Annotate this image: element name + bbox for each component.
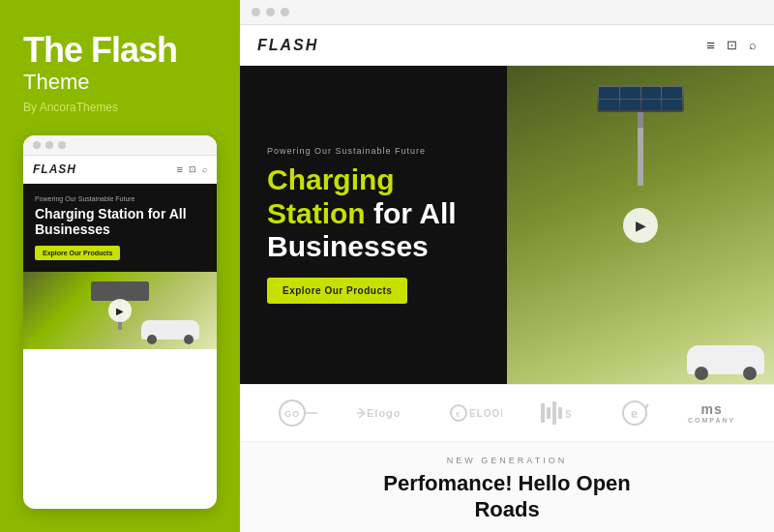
- mobile-menu-icon: ≡: [177, 163, 183, 175]
- main-content: FLASH ≡ ⊡ ⌕ Powering Our Sustainable Fut…: [240, 0, 774, 532]
- go-logo: GO: [279, 399, 319, 427]
- play-icon: ▶: [636, 218, 646, 233]
- mobile-car-wheel-l: [147, 335, 157, 344]
- sidebar-subtitle: Theme: [23, 70, 217, 95]
- hero-cta-button[interactable]: Explore Our Products: [267, 278, 407, 304]
- solar-cell-6: [620, 100, 640, 111]
- bars-logo: S: [540, 399, 580, 427]
- solar-pole: [638, 128, 643, 186]
- mobile-dot-3: [58, 141, 66, 149]
- mobile-navbar: FLASH ≡ ⊡ ⌕: [23, 156, 217, 184]
- bottom-title: Perfomance! Hello Open Roads: [259, 471, 755, 522]
- svg-rect-10: [541, 403, 545, 423]
- mobile-hero: Powering Our Sustainable Future Charging…: [23, 184, 217, 273]
- logos-strip: GO Elogo € ELOOP: [240, 384, 774, 442]
- mobile-solar-panel: [91, 281, 149, 301]
- hero-left: Powering Our Sustainable Future Charging…: [240, 66, 507, 384]
- svg-rect-11: [547, 407, 551, 419]
- mobile-search-icon: ⌕: [202, 164, 207, 174]
- search-icon[interactable]: ⌕: [749, 38, 757, 52]
- mobile-logo: FLASH: [33, 163, 76, 176]
- mobile-dot-2: [45, 141, 53, 149]
- mobile-hero-eyebrow: Powering Our Sustainable Future: [35, 195, 205, 202]
- mobile-mockup: FLASH ≡ ⊡ ⌕ Powering Our Sustainable Fut…: [23, 135, 217, 509]
- bottom-eyebrow: NEW GENERATION: [259, 456, 755, 465]
- play-button[interactable]: ▶: [623, 208, 658, 243]
- solar-arm: [638, 112, 643, 128]
- solar-station: [597, 85, 684, 186]
- solar-cell-7: [641, 100, 662, 111]
- svg-rect-13: [558, 407, 562, 419]
- solar-cell-4: [662, 87, 682, 99]
- bottom-section: NEW GENERATION Perfomance! Hello Open Ro…: [240, 442, 774, 532]
- bottom-title-line1: Perfomance! Hello Open: [259, 471, 755, 496]
- e-circle-logo: e: [619, 399, 650, 427]
- browser-dot-2: [266, 8, 275, 16]
- mobile-hero-title: Charging Station for All Businesses: [35, 206, 205, 239]
- svg-text:€: €: [456, 410, 461, 419]
- svg-text:e: e: [630, 406, 638, 421]
- browser-dot-3: [281, 8, 289, 16]
- solar-cell-5: [599, 100, 619, 111]
- hero-title: Charging Station for All Businesses: [267, 163, 480, 264]
- browser-dot-1: [252, 8, 260, 16]
- company-text: COMPANY: [688, 417, 735, 424]
- svg-rect-12: [552, 401, 556, 425]
- solar-cell-8: [662, 100, 682, 111]
- eloop-svg: € ELOOP: [449, 402, 502, 424]
- mobile-cta-button[interactable]: Explore Our Products: [35, 246, 120, 260]
- bottom-title-line2: Roads: [259, 497, 755, 522]
- svg-text:S: S: [565, 409, 573, 420]
- elogo: Elogo: [357, 402, 410, 424]
- car: [687, 345, 764, 374]
- mobile-car: [141, 320, 199, 340]
- e-circle-svg: e: [619, 399, 650, 427]
- mobile-bag-icon: ⊡: [189, 164, 196, 174]
- sidebar-byline: By AncoraThemes: [23, 101, 217, 114]
- svg-text:GO: GO: [284, 409, 300, 419]
- hero-section: Powering Our Sustainable Future Charging…: [240, 66, 774, 384]
- site-navbar: FLASH ≡ ⊡ ⌕: [240, 25, 774, 66]
- bag-icon[interactable]: ⊡: [727, 38, 737, 52]
- mobile-nav-icons: ≡ ⊡ ⌕: [177, 163, 207, 175]
- eloop-logo: € ELOOP: [449, 402, 502, 424]
- bars-svg: S: [540, 399, 580, 427]
- hamburger-icon[interactable]: ≡: [706, 37, 715, 53]
- elogo-svg: Elogo: [357, 402, 410, 424]
- site-nav-icons: ≡ ⊡ ⌕: [706, 37, 757, 53]
- mobile-dot-1: [33, 141, 41, 149]
- solar-cell-1: [599, 87, 619, 99]
- site-logo: FLASH: [257, 37, 318, 54]
- company-ms: ms: [700, 402, 722, 416]
- solar-panel: [597, 85, 684, 112]
- go-logo-svg: GO: [279, 399, 319, 427]
- solar-cell-2: [620, 87, 640, 99]
- mobile-hero-image: ▶: [23, 272, 217, 349]
- svg-text:ELOOP: ELOOP: [469, 408, 502, 419]
- solar-cell-3: [641, 87, 662, 99]
- sidebar-title: The Flash: [23, 31, 217, 70]
- mobile-hero-title-yellow: Charging Station: [35, 206, 144, 222]
- company-logo: ms COMPANY: [688, 402, 735, 424]
- svg-text:Elogo: Elogo: [367, 407, 402, 419]
- mobile-browser-bar: [23, 135, 217, 156]
- browser-chrome: [240, 0, 774, 25]
- sidebar: The Flash Theme By AncoraThemes FLASH ≡ …: [0, 0, 240, 532]
- hero-eyebrow: Powering Our Sustainable Future: [267, 146, 480, 156]
- hero-right: ▶: [507, 66, 774, 384]
- mobile-car-wheel-r: [184, 335, 194, 344]
- mobile-play-button[interactable]: ▶: [108, 299, 132, 322]
